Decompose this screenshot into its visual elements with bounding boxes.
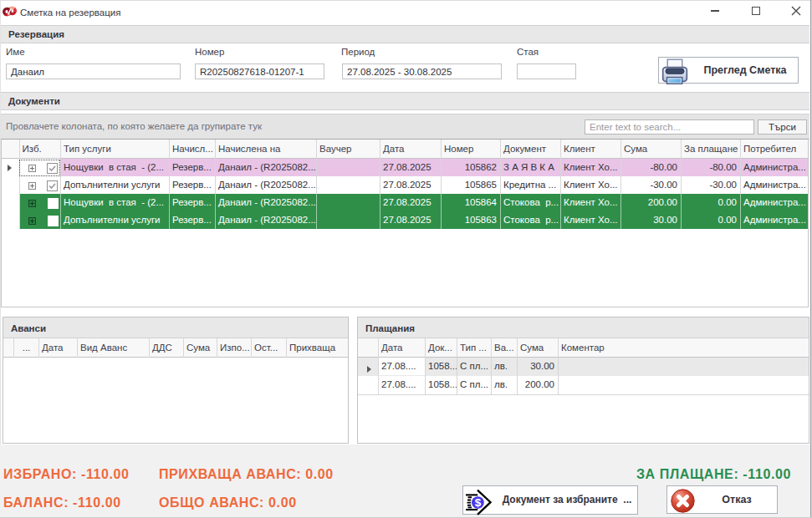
svg-text:$: $ <box>475 496 482 509</box>
